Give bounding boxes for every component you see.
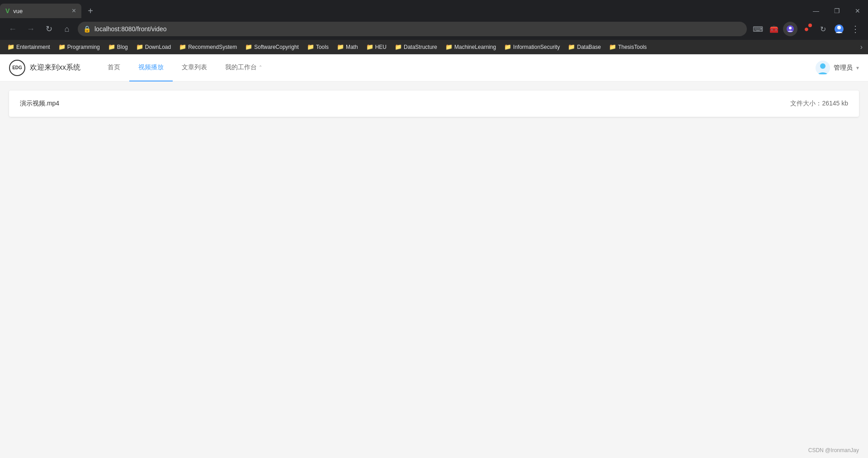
nav-item-articles[interactable]: 文章列表 bbox=[173, 54, 216, 81]
bookmark-label: Blog bbox=[117, 44, 128, 50]
video-filesize: 文件大小：26145 kb bbox=[790, 100, 848, 108]
bookmark-label: DataStructure bbox=[404, 44, 437, 50]
translate-button[interactable]: ⌨ bbox=[750, 22, 765, 36]
nav-item-workspace[interactable]: 我的工作台 ⌃ bbox=[216, 54, 271, 81]
menu-button[interactable]: ⋮ bbox=[848, 22, 863, 36]
svg-point-5 bbox=[820, 63, 826, 69]
bookmark-tools[interactable]: 📁 Tools bbox=[303, 42, 332, 52]
browser-tab[interactable]: V vue × bbox=[0, 4, 81, 18]
bookmark-label: Programming bbox=[67, 44, 100, 50]
app-nav: 首页 视频播放 文章列表 我的工作台 ⌃ bbox=[99, 54, 816, 81]
bookmark-programming[interactable]: 📁 Programming bbox=[55, 42, 104, 52]
main-content: 演示视频.mp4 文件大小：26145 kb bbox=[0, 81, 868, 458]
user-avatar-button[interactable] bbox=[832, 22, 846, 36]
svg-point-3 bbox=[837, 26, 841, 29]
new-tab-button[interactable]: + bbox=[83, 4, 98, 18]
bookmark-math[interactable]: 📁 Math bbox=[333, 42, 362, 52]
bookmark-database[interactable]: 📁 DataBase bbox=[564, 42, 604, 52]
user-chevron-icon: ▾ bbox=[856, 65, 859, 71]
app-logo: EDG 欢迎来到xx系统 bbox=[9, 60, 80, 76]
folder-icon: 📁 bbox=[445, 43, 453, 50]
minimize-button[interactable]: — bbox=[806, 2, 826, 20]
profile-button[interactable] bbox=[783, 22, 797, 36]
footer-text: CSDN @IronmanJay bbox=[808, 447, 859, 453]
folder-icon: 📁 bbox=[307, 43, 314, 50]
bookmark-entertainment[interactable]: 📁 Entertainment bbox=[4, 42, 54, 52]
dropdown-chevron-icon: ⌃ bbox=[259, 65, 262, 70]
user-menu[interactable]: 管理员 ▾ bbox=[816, 61, 859, 75]
bookmark-label: InformationSecurity bbox=[513, 44, 560, 50]
folder-icon: 📁 bbox=[568, 43, 575, 50]
folder-icon: 📁 bbox=[58, 43, 66, 50]
folder-icon: 📁 bbox=[245, 43, 252, 50]
maximize-button[interactable]: ❐ bbox=[826, 2, 847, 20]
bookmarks-bar: 📁 Entertainment 📁 Programming 📁 Blog 📁 D… bbox=[0, 40, 868, 54]
nav-item-video[interactable]: 视频播放 bbox=[129, 54, 173, 81]
refresh-button[interactable]: ↻ bbox=[42, 22, 56, 36]
folder-icon: 📁 bbox=[366, 43, 373, 50]
bookmark-download[interactable]: 📁 DownLoad bbox=[132, 42, 175, 52]
folder-icon: 📁 bbox=[7, 43, 14, 50]
app-title: 欢迎来到xx系统 bbox=[30, 63, 80, 72]
app-container: EDG 欢迎来到xx系统 首页 视频播放 文章列表 我的工作台 ⌃ bbox=[0, 54, 868, 458]
forward-button[interactable]: → bbox=[24, 22, 38, 36]
url-text: localhost:8080/front/video bbox=[94, 25, 167, 33]
bookmark-label: DataBase bbox=[577, 44, 601, 50]
user-name: 管理员 bbox=[834, 64, 853, 72]
video-filename: 演示视频.mp4 bbox=[20, 100, 59, 108]
lock-icon: 🔒 bbox=[83, 25, 91, 33]
folder-icon: 📁 bbox=[108, 43, 115, 50]
folder-icon: 📁 bbox=[337, 43, 344, 50]
bookmark-label: DownLoad bbox=[145, 44, 171, 50]
nav-actions: ⌨ 🧰 ● ↻ ⋮ bbox=[750, 22, 863, 36]
avatar bbox=[816, 61, 830, 75]
svg-point-1 bbox=[789, 27, 792, 29]
bookmark-label: SoftwareCopyright bbox=[254, 44, 299, 50]
tab-close-button[interactable]: × bbox=[72, 7, 76, 14]
bookmark-heu[interactable]: 📁 HEU bbox=[363, 42, 390, 52]
bookmark-blog[interactable]: 📁 Blog bbox=[104, 42, 132, 52]
address-bar[interactable]: 🔒 localhost:8080/front/video bbox=[78, 22, 747, 36]
page-footer: CSDN @IronmanJay bbox=[808, 447, 859, 453]
folder-icon: 📁 bbox=[395, 43, 402, 50]
folder-icon: 📁 bbox=[609, 43, 616, 50]
notifications-button[interactable]: ● bbox=[799, 22, 814, 36]
window-controls: — ❐ ✕ bbox=[806, 2, 868, 20]
app-header: EDG 欢迎来到xx系统 首页 视频播放 文章列表 我的工作台 ⌃ bbox=[0, 54, 868, 81]
home-button[interactable]: ⌂ bbox=[60, 22, 74, 36]
bookmark-label: Tools bbox=[316, 44, 329, 50]
video-card: 演示视频.mp4 文件大小：26145 kb bbox=[9, 91, 859, 117]
bookmark-machinelearning[interactable]: 📁 MachineLearning bbox=[442, 42, 500, 52]
tab-favicon: V bbox=[5, 7, 9, 14]
folder-icon: 📁 bbox=[179, 43, 186, 50]
folder-icon: 📁 bbox=[136, 43, 143, 50]
bookmark-datastructure[interactable]: 📁 DataStructure bbox=[391, 42, 441, 52]
bookmark-softwarecopyright[interactable]: 📁 SoftwareCopyright bbox=[241, 42, 302, 52]
close-button[interactable]: ✕ bbox=[847, 2, 868, 20]
logo-icon: EDG bbox=[9, 60, 25, 76]
bookmark-label: Entertainment bbox=[16, 44, 50, 50]
bookmark-label: HEU bbox=[375, 44, 387, 50]
tab-title: vue bbox=[13, 8, 68, 14]
bookmark-thesistools[interactable]: 📁 ThesisTools bbox=[605, 42, 650, 52]
bookmarks-more-button[interactable]: › bbox=[859, 43, 864, 51]
bookmark-label: ThesisTools bbox=[618, 44, 646, 50]
bookmark-informationsecurity[interactable]: 📁 InformationSecurity bbox=[500, 42, 563, 52]
bookmark-label: RecommendSystem bbox=[188, 44, 237, 50]
bookmark-recommendsystem[interactable]: 📁 RecommendSystem bbox=[175, 42, 241, 52]
sync-button[interactable]: ↻ bbox=[816, 22, 830, 36]
bookmark-label: MachineLearning bbox=[454, 44, 496, 50]
nav-item-home[interactable]: 首页 bbox=[99, 54, 129, 81]
bookmark-label: Math bbox=[346, 44, 358, 50]
folder-icon: 📁 bbox=[504, 43, 511, 50]
extensions-button[interactable]: 🧰 bbox=[767, 22, 781, 36]
back-button[interactable]: ← bbox=[5, 22, 20, 36]
